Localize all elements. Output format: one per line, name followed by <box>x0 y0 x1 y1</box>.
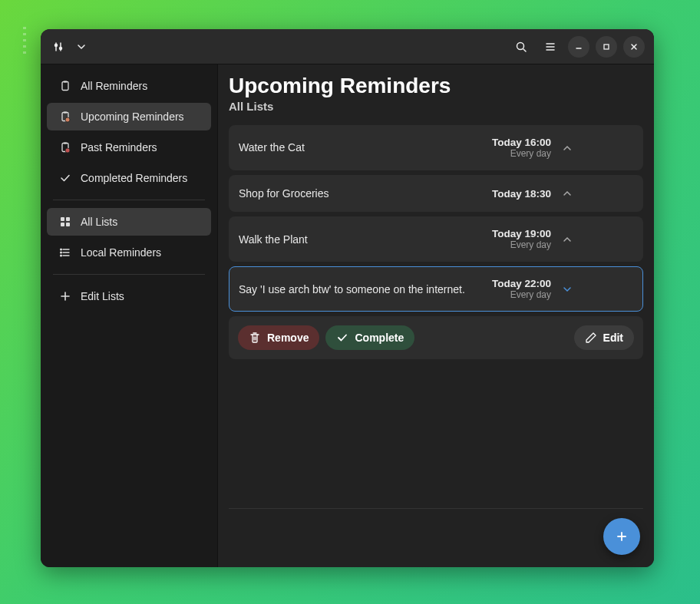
close-icon <box>629 42 639 51</box>
app-window: All Reminders Upcoming Reminders Past Re… <box>41 29 654 567</box>
maximize-icon <box>602 42 611 51</box>
settings-toggle-button[interactable] <box>47 35 70 58</box>
svg-point-17 <box>65 117 70 122</box>
reminder-when: Today 19:00 <box>492 228 551 239</box>
sidebar-item-label: Local Reminders <box>81 246 161 259</box>
svg-rect-23 <box>61 223 64 226</box>
titlebar <box>41 29 654 64</box>
svg-rect-21 <box>61 217 64 221</box>
menu-icon <box>544 41 556 53</box>
plus-icon <box>59 290 71 302</box>
svg-rect-16 <box>64 112 67 114</box>
remove-button[interactable]: Remove <box>238 325 319 350</box>
check-icon <box>59 172 71 184</box>
sidebar-item-all-lists[interactable]: All Lists <box>47 208 211 236</box>
collapse-toggle[interactable] <box>560 285 574 294</box>
expand-toggle[interactable] <box>560 189 574 198</box>
hamburger-menu-button[interactable] <box>539 35 562 58</box>
divider <box>53 200 205 200</box>
main-panel: Upcoming Reminders All Lists Water the C… <box>217 64 654 567</box>
sidebar-item-completed-reminders[interactable]: Completed Reminders <box>47 164 211 192</box>
complete-button[interactable]: Complete <box>325 325 414 350</box>
reminder-repeat: Every day <box>492 239 551 250</box>
reminder-title: Shop for Groceries <box>239 186 484 200</box>
complete-label: Complete <box>355 332 404 344</box>
svg-point-20 <box>65 148 70 153</box>
reminder-repeat: Every day <box>492 289 551 300</box>
search-button[interactable] <box>510 35 533 58</box>
expand-toggle[interactable] <box>560 235 574 244</box>
svg-point-29 <box>61 252 62 253</box>
pencil-icon <box>585 332 597 344</box>
reminder-row-selected[interactable]: Say 'I use arch btw' to someone on the i… <box>229 266 643 312</box>
list-icon <box>59 246 71 259</box>
minimize-button[interactable] <box>568 36 589 58</box>
sidebar-item-label: All Reminders <box>81 80 147 92</box>
svg-rect-14 <box>64 81 67 83</box>
trash-icon <box>249 332 261 344</box>
svg-point-4 <box>517 42 524 49</box>
sidebar: All Reminders Upcoming Reminders Past Re… <box>41 64 217 567</box>
reminder-row[interactable]: Water the Cat Today 16:00 Every day <box>229 125 643 170</box>
svg-point-30 <box>61 255 62 256</box>
minimize-icon <box>574 42 583 51</box>
reminder-when: Today 16:00 <box>492 137 551 148</box>
svg-line-5 <box>523 49 526 51</box>
chevron-up-icon <box>563 235 572 244</box>
clipboard-icon <box>59 80 71 92</box>
reminder-title: Walk the Plant <box>239 233 484 246</box>
svg-point-28 <box>61 249 62 250</box>
chevron-down-icon <box>77 42 86 51</box>
reminder-title: Say 'I use arch btw' to someone on the i… <box>239 282 484 296</box>
add-reminder-button[interactable] <box>603 518 640 555</box>
remove-label: Remove <box>267 332 309 344</box>
chevron-up-icon <box>563 189 572 198</box>
maximize-button[interactable] <box>596 36 617 58</box>
reminder-row[interactable]: Shop for Groceries Today 18:30 <box>229 175 643 212</box>
edit-label: Edit <box>603 332 623 344</box>
reminder-when: Today 18:30 <box>492 188 551 200</box>
plus-icon <box>614 529 629 544</box>
svg-rect-24 <box>66 223 70 226</box>
page-subtitle: All Lists <box>229 100 643 113</box>
clipboard-alert-icon <box>59 141 71 153</box>
svg-rect-13 <box>62 82 68 91</box>
sidebar-item-past-reminders[interactable]: Past Reminders <box>47 134 211 161</box>
grid-icon <box>59 216 71 228</box>
sidebar-item-upcoming-reminders[interactable]: Upcoming Reminders <box>47 103 211 130</box>
close-button[interactable] <box>623 36 645 58</box>
svg-rect-10 <box>604 45 609 49</box>
reminder-title: Water the Cat <box>239 140 484 154</box>
divider <box>53 274 205 275</box>
page-title: Upcoming Reminders <box>229 74 643 98</box>
action-panel: Remove Complete Edit <box>229 316 643 359</box>
expand-toggle[interactable] <box>560 144 574 153</box>
clipboard-clock-icon <box>59 111 71 123</box>
chevron-down-icon <box>563 285 572 294</box>
sidebar-item-edit-lists[interactable]: Edit Lists <box>47 282 211 310</box>
reminder-when: Today 22:00 <box>492 278 551 289</box>
svg-rect-22 <box>66 217 70 221</box>
sidebar-item-label: Completed Reminders <box>81 172 187 184</box>
chevron-up-icon <box>563 144 572 153</box>
view-dropdown-button[interactable] <box>70 35 93 58</box>
sidebar-item-local-reminders[interactable]: Local Reminders <box>47 239 211 266</box>
svg-point-3 <box>60 47 62 49</box>
divider <box>229 508 643 509</box>
sidebar-item-label: Upcoming Reminders <box>81 111 184 123</box>
reminder-repeat: Every day <box>492 148 551 159</box>
edit-button[interactable]: Edit <box>574 325 634 350</box>
search-icon <box>515 41 527 53</box>
sidebar-item-all-reminders[interactable]: All Reminders <box>47 72 211 100</box>
reminder-row[interactable]: Walk the Plant Today 19:00 Every day <box>229 216 643 262</box>
check-icon <box>336 332 348 344</box>
sliders-icon <box>52 41 64 53</box>
sidebar-item-label: Edit Lists <box>81 290 124 302</box>
sidebar-item-label: Past Reminders <box>81 141 157 153</box>
svg-point-1 <box>55 44 58 46</box>
sidebar-item-label: All Lists <box>81 216 117 228</box>
svg-rect-19 <box>64 143 67 144</box>
